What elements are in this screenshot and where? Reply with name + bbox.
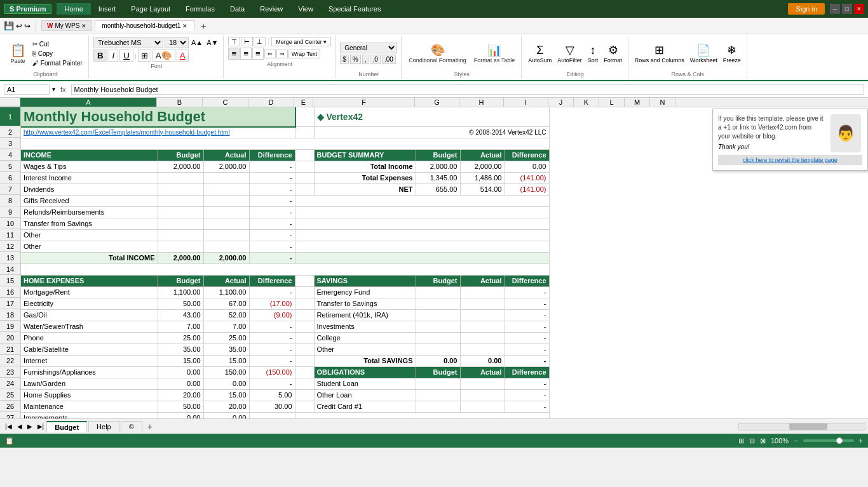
format-button[interactable]: ⚙ Format [602, 42, 624, 65]
cell-elec-diff[interactable]: (17.00) [249, 298, 295, 309]
cell-phone-label[interactable]: Phone [21, 332, 158, 344]
cell-furnish-actual[interactable]: 150.00 [203, 366, 249, 378]
sheet-tab-copyright[interactable]: © [121, 421, 142, 432]
cell-improve-budget[interactable]: 0.00 [158, 412, 203, 418]
cell-retirement-diff[interactable]: - [505, 309, 549, 321]
autofilter-button[interactable]: ▽ AutoFilter [555, 42, 584, 65]
number-format-select[interactable]: General [340, 43, 397, 53]
cell-A1[interactable]: Monthly Household Budget [21, 107, 295, 126]
promo-box[interactable]: If you like this template, please give i… [712, 109, 868, 171]
file-tab-budget[interactable]: monthly-household-budget1 ✕ [95, 20, 194, 31]
cell-reference-input[interactable] [4, 84, 50, 95]
add-tab-btn[interactable]: + [197, 20, 210, 32]
col-header-H[interactable]: H [459, 98, 504, 107]
freeze-button[interactable]: ❄ Freeze [721, 42, 743, 65]
col-header-B[interactable]: B [157, 98, 203, 107]
cell-water-budget[interactable]: 7.00 [158, 321, 203, 332]
increase-indent-button[interactable]: ⇒ [276, 50, 288, 58]
cell-improve-diff[interactable]: - [249, 412, 295, 418]
cell-furnish-diff[interactable]: (150.00) [249, 366, 295, 378]
cell-interest-budget[interactable] [158, 172, 203, 183]
redo-quick-btn[interactable]: ↪ [24, 22, 31, 30]
cell-water-diff[interactable]: - [249, 321, 295, 332]
cell-gifts-label[interactable]: Gifts Received [21, 195, 158, 206]
cell-other2-label[interactable]: Other [21, 241, 158, 252]
col-header-C[interactable]: C [203, 98, 248, 107]
autosum-button[interactable]: Σ AutoSum [526, 43, 553, 65]
app-logo[interactable]: S Premium [4, 4, 51, 14]
wrap-text-button[interactable]: Wrap Text [288, 50, 320, 58]
cell-A2[interactable]: http://www.vertex42.com/ExcelTemplates/m… [21, 126, 295, 138]
font-name-select[interactable]: Trebuchet MS [93, 37, 163, 48]
cell-emergency-diff[interactable]: - [505, 286, 549, 298]
decrease-indent-button[interactable]: ⇐ [264, 50, 276, 58]
cell-furnish-label[interactable]: Furnishings/Appliances [21, 366, 158, 378]
col-header-F[interactable]: F [313, 98, 415, 107]
cell-mortgage-actual[interactable]: 1,100.00 [203, 286, 249, 298]
ribbon-tab-insert[interactable]: Insert [91, 3, 124, 15]
paste-button[interactable]: 📋 Paste [6, 41, 29, 65]
font-shrink-button[interactable]: A▼ [205, 38, 219, 47]
left-align-button[interactable]: ≡ [228, 48, 240, 60]
win-maximize[interactable]: □ [842, 4, 852, 14]
ribbon-tab-home[interactable]: Home [57, 3, 90, 15]
cell-interest-actual[interactable] [203, 172, 249, 183]
sheet-nav-last[interactable]: ▶| [35, 422, 47, 431]
merge-center-button[interactable]: Merge and Center ▾ [271, 37, 331, 46]
comma-btn[interactable]: , [362, 55, 369, 64]
ribbon-tab-data[interactable]: Data [222, 3, 252, 15]
cut-button[interactable]: ✂ Cut [31, 40, 85, 48]
col-header-N[interactable]: N [650, 98, 675, 107]
font-color-button[interactable]: A [177, 50, 189, 62]
cell-other1-label[interactable]: Other [21, 229, 158, 241]
cell-dividends-diff[interactable]: - [249, 183, 295, 195]
cell-supplies-label[interactable]: Home Supplies [21, 389, 158, 401]
cell-college-diff[interactable]: - [505, 332, 549, 344]
ribbon-tab-view[interactable]: View [290, 3, 321, 15]
cell-cable-budget[interactable]: 35.00 [158, 344, 203, 355]
cell-internet-actual[interactable]: 15.00 [203, 355, 249, 366]
cell-dividends-budget[interactable] [158, 183, 203, 195]
conditional-formatting-button[interactable]: 🎨 Conditional Formatting [406, 42, 469, 65]
cell-water-actual[interactable]: 7.00 [203, 321, 249, 332]
underline-button[interactable]: U [119, 50, 133, 62]
cell-lawn-budget[interactable]: 0.00 [158, 378, 203, 389]
percent-btn[interactable]: % [350, 55, 361, 64]
cell-improve-label[interactable]: Improvements [21, 412, 158, 418]
align-top-button[interactable]: ⊤ [228, 37, 240, 46]
align-middle-button[interactable]: ⊢ [241, 37, 253, 46]
cell-sav-other-diff[interactable]: - [505, 344, 549, 355]
cell-mortgage-budget[interactable]: 1,100.00 [158, 286, 203, 298]
formula-input[interactable] [71, 84, 864, 95]
col-header-E[interactable]: E [294, 98, 313, 107]
col-header-J[interactable]: J [548, 98, 574, 107]
cell-transfer-sav-label[interactable]: Transfer to Savings [314, 298, 416, 309]
dec-increase-btn[interactable]: .0 [370, 55, 381, 64]
col-header-M[interactable]: M [625, 98, 650, 107]
cell-student-label[interactable]: Student Loan [314, 378, 416, 389]
rows-columns-button[interactable]: ⊞ Rows and Columns [633, 42, 686, 65]
save-quick-btn[interactable]: 💾 [4, 21, 14, 30]
font-grow-button[interactable]: A▲ [190, 38, 204, 47]
view-page-icon[interactable]: ⊟ [749, 437, 755, 445]
cell-gas-budget[interactable]: 43.00 [158, 309, 203, 321]
sheet-nav-next[interactable]: ▶ [25, 422, 35, 431]
cell-internet-label[interactable]: Internet [21, 355, 158, 366]
cell-internet-diff[interactable]: - [249, 355, 295, 366]
cell-lawn-label[interactable]: Lawn/Garden [21, 378, 158, 389]
ribbon-tab-review[interactable]: Review [252, 3, 290, 15]
cell-ref-dropdown[interactable]: ▾ [52, 86, 55, 93]
col-header-I[interactable]: I [504, 98, 548, 107]
cell-otherloan-label[interactable]: Other Loan [314, 389, 416, 401]
cell-elec-label[interactable]: Electricity [21, 298, 158, 309]
cell-cc1-diff[interactable]: - [505, 401, 549, 412]
cell-dividends-label[interactable]: Dividends [21, 183, 158, 195]
cell-college-label[interactable]: College [314, 332, 416, 344]
cell-gas-label[interactable]: Gas/Oil [21, 309, 158, 321]
cell-gifts-diff[interactable]: - [249, 195, 295, 206]
cell-wages-label[interactable]: Wages & Tips [21, 161, 158, 172]
cell-cable-label[interactable]: Cable/Satellite [21, 344, 158, 355]
cell-supplies-diff[interactable]: 5.00 [249, 389, 295, 401]
cell-transfer-sav-diff[interactable]: - [505, 298, 549, 309]
cell-supplies-budget[interactable]: 20.00 [158, 389, 203, 401]
